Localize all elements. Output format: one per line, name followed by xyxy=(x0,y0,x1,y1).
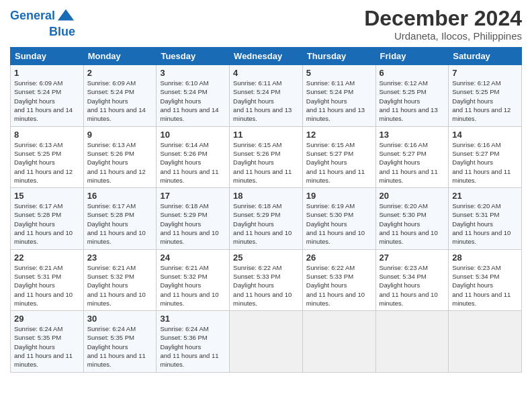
day-number: 15 xyxy=(14,191,80,201)
day-number: 6 xyxy=(380,68,445,78)
col-tuesday: Tuesday xyxy=(157,48,230,65)
day-info: Sunrise: 6:12 AMSunset: 5:25 PMDaylight … xyxy=(380,79,445,123)
day-info: Sunrise: 6:12 AMSunset: 5:25 PMDaylight … xyxy=(452,79,518,123)
day-number: 30 xyxy=(87,314,153,324)
calendar-cell: 3Sunrise: 6:10 AMSunset: 5:24 PMDaylight… xyxy=(157,65,230,126)
calendar-cell: 25Sunrise: 6:22 AMSunset: 5:33 PMDayligh… xyxy=(230,249,303,310)
day-info: Sunrise: 6:13 AMSunset: 5:26 PMDaylight … xyxy=(87,140,153,185)
header-row: Sunday Monday Tuesday Wednesday Thursday… xyxy=(11,48,522,65)
calendar-cell: 2Sunrise: 6:09 AMSunset: 5:24 PMDaylight… xyxy=(83,65,157,126)
calendar-cell: 1Sunrise: 6:09 AMSunset: 5:24 PMDaylight… xyxy=(11,65,84,126)
calendar-cell: 15Sunrise: 6:17 AMSunset: 5:28 PMDayligh… xyxy=(11,188,84,249)
day-info: Sunrise: 6:24 AMSunset: 5:36 PMDaylight … xyxy=(160,324,226,369)
day-number: 29 xyxy=(14,314,80,324)
day-number: 31 xyxy=(160,314,226,324)
calendar-cell: 24Sunrise: 6:21 AMSunset: 5:32 PMDayligh… xyxy=(157,249,230,310)
calendar-week-3: 15Sunrise: 6:17 AMSunset: 5:28 PMDayligh… xyxy=(11,188,522,249)
calendar-cell: 7Sunrise: 6:12 AMSunset: 5:25 PMDaylight… xyxy=(449,65,522,126)
calendar-cell: 16Sunrise: 6:17 AMSunset: 5:28 PMDayligh… xyxy=(83,188,157,249)
calendar-week-4: 22Sunrise: 6:21 AMSunset: 5:31 PMDayligh… xyxy=(11,249,522,310)
day-info: Sunrise: 6:16 AMSunset: 5:27 PMDaylight … xyxy=(380,140,445,185)
col-wednesday: Wednesday xyxy=(230,48,303,65)
day-number: 12 xyxy=(306,130,372,140)
day-number: 25 xyxy=(233,253,299,263)
day-info: Sunrise: 6:15 AMSunset: 5:26 PMDaylight … xyxy=(233,140,299,185)
col-saturday: Saturday xyxy=(449,48,522,65)
day-number: 10 xyxy=(160,130,226,140)
day-number: 8 xyxy=(14,130,80,140)
calendar-cell: 6Sunrise: 6:12 AMSunset: 5:25 PMDaylight… xyxy=(375,65,449,126)
calendar-cell: 11Sunrise: 6:15 AMSunset: 5:26 PMDayligh… xyxy=(230,126,303,187)
calendar-cell: 5Sunrise: 6:11 AMSunset: 5:24 PMDaylight… xyxy=(302,65,375,126)
calendar-week-5: 29Sunrise: 6:24 AMSunset: 5:35 PMDayligh… xyxy=(11,311,522,372)
day-number: 19 xyxy=(306,191,372,201)
day-info: Sunrise: 6:16 AMSunset: 5:27 PMDaylight … xyxy=(452,140,518,185)
day-info: Sunrise: 6:23 AMSunset: 5:34 PMDaylight … xyxy=(452,263,518,308)
calendar-table: Sunday Monday Tuesday Wednesday Thursday… xyxy=(10,47,522,372)
day-info: Sunrise: 6:18 AMSunset: 5:29 PMDaylight … xyxy=(160,201,226,246)
day-number: 7 xyxy=(452,68,518,78)
day-number: 21 xyxy=(452,191,518,201)
day-info: Sunrise: 6:11 AMSunset: 5:24 PMDaylight … xyxy=(233,79,299,123)
calendar-cell: 13Sunrise: 6:16 AMSunset: 5:27 PMDayligh… xyxy=(375,126,449,187)
calendar-cell: 27Sunrise: 6:23 AMSunset: 5:34 PMDayligh… xyxy=(375,249,449,310)
day-info: Sunrise: 6:20 AMSunset: 5:30 PMDaylight … xyxy=(380,201,445,246)
day-number: 20 xyxy=(380,191,445,201)
col-friday: Friday xyxy=(375,48,449,65)
day-info: Sunrise: 6:21 AMSunset: 5:32 PMDaylight … xyxy=(160,263,226,308)
day-number: 27 xyxy=(380,253,445,263)
calendar-cell: 26Sunrise: 6:22 AMSunset: 5:33 PMDayligh… xyxy=(302,249,375,310)
day-number: 22 xyxy=(14,253,80,263)
calendar-cell: 23Sunrise: 6:21 AMSunset: 5:32 PMDayligh… xyxy=(83,249,157,310)
logo-text2: Blue xyxy=(49,26,75,39)
calendar-cell: 22Sunrise: 6:21 AMSunset: 5:31 PMDayligh… xyxy=(11,249,84,310)
calendar-cell: 20Sunrise: 6:20 AMSunset: 5:30 PMDayligh… xyxy=(375,188,449,249)
day-number: 16 xyxy=(87,191,153,201)
day-number: 23 xyxy=(87,253,153,263)
day-number: 24 xyxy=(160,253,226,263)
calendar-week-2: 8Sunrise: 6:13 AMSunset: 5:25 PMDaylight… xyxy=(11,126,522,187)
day-info: Sunrise: 6:19 AMSunset: 5:30 PMDaylight … xyxy=(306,201,372,246)
day-number: 26 xyxy=(306,253,372,263)
calendar-cell: 19Sunrise: 6:19 AMSunset: 5:30 PMDayligh… xyxy=(302,188,375,249)
day-number: 2 xyxy=(87,68,153,78)
title-section: December 2024 Urdaneta, Ilocos, Philippi… xyxy=(364,7,522,42)
day-info: Sunrise: 6:24 AMSunset: 5:35 PMDaylight … xyxy=(87,324,153,369)
svg-marker-0 xyxy=(58,9,74,21)
calendar-cell xyxy=(230,311,303,372)
day-info: Sunrise: 6:11 AMSunset: 5:24 PMDaylight … xyxy=(306,79,372,123)
day-number: 4 xyxy=(233,68,299,78)
calendar-cell: 4Sunrise: 6:11 AMSunset: 5:24 PMDaylight… xyxy=(230,65,303,126)
day-info: Sunrise: 6:23 AMSunset: 5:34 PMDaylight … xyxy=(380,263,445,308)
day-info: Sunrise: 6:14 AMSunset: 5:26 PMDaylight … xyxy=(160,140,226,185)
logo-icon xyxy=(56,7,75,26)
calendar-cell: 31Sunrise: 6:24 AMSunset: 5:36 PMDayligh… xyxy=(157,311,230,372)
day-info: Sunrise: 6:09 AMSunset: 5:24 PMDaylight … xyxy=(87,79,153,123)
calendar-cell: 30Sunrise: 6:24 AMSunset: 5:35 PMDayligh… xyxy=(83,311,157,372)
day-info: Sunrise: 6:21 AMSunset: 5:32 PMDaylight … xyxy=(87,263,153,308)
logo: General Blue xyxy=(10,7,75,39)
day-info: Sunrise: 6:24 AMSunset: 5:35 PMDaylight … xyxy=(14,324,80,369)
day-number: 11 xyxy=(233,130,299,140)
day-number: 1 xyxy=(14,68,80,78)
day-number: 18 xyxy=(233,191,299,201)
month-title: December 2024 xyxy=(364,7,522,30)
day-number: 13 xyxy=(380,130,445,140)
day-info: Sunrise: 6:10 AMSunset: 5:24 PMDaylight … xyxy=(160,79,226,123)
day-info: Sunrise: 6:17 AMSunset: 5:28 PMDaylight … xyxy=(87,201,153,246)
logo-text: General xyxy=(10,9,55,23)
col-thursday: Thursday xyxy=(302,48,375,65)
calendar-week-1: 1Sunrise: 6:09 AMSunset: 5:24 PMDaylight… xyxy=(11,65,522,126)
calendar-cell: 10Sunrise: 6:14 AMSunset: 5:26 PMDayligh… xyxy=(157,126,230,187)
calendar-cell xyxy=(302,311,375,372)
day-info: Sunrise: 6:20 AMSunset: 5:31 PMDaylight … xyxy=(452,201,518,246)
day-number: 3 xyxy=(160,68,226,78)
calendar-cell: 9Sunrise: 6:13 AMSunset: 5:26 PMDaylight… xyxy=(83,126,157,187)
calendar-cell: 12Sunrise: 6:15 AMSunset: 5:27 PMDayligh… xyxy=(302,126,375,187)
calendar-cell: 8Sunrise: 6:13 AMSunset: 5:25 PMDaylight… xyxy=(11,126,84,187)
calendar-cell: 14Sunrise: 6:16 AMSunset: 5:27 PMDayligh… xyxy=(449,126,522,187)
day-number: 28 xyxy=(452,253,518,263)
day-info: Sunrise: 6:21 AMSunset: 5:31 PMDaylight … xyxy=(14,263,80,308)
day-number: 14 xyxy=(452,130,518,140)
calendar-cell: 18Sunrise: 6:18 AMSunset: 5:29 PMDayligh… xyxy=(230,188,303,249)
